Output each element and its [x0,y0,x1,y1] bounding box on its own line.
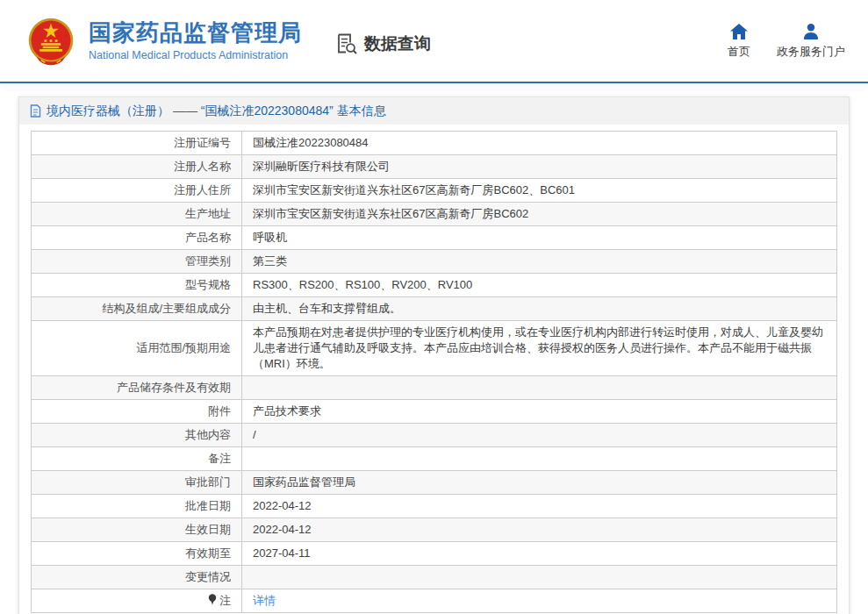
page-title: 境内医疗器械（注册） —— “国械注准20223080484” 基本信息 [47,104,386,119]
row-label: 注 [32,589,242,613]
row-label: 变更情况 [32,566,242,589]
row-value: 本产品预期在对患者提供护理的专业医疗机构使用，或在专业医疗机构内部进行转运时使用… [242,321,837,376]
header-nav: 首页 政务服务门户 [728,23,845,60]
org-name-zh: 国家药品监督管理局 [89,20,302,46]
row-label: 审批部门 [32,471,242,495]
row-value: 深圳融昕医疗科技有限公司 [242,155,837,179]
row-value: 2022-04-12 [242,495,837,518]
row-label: 有效期至 [32,542,242,566]
row-label: 产品储存条件及有效期 [32,376,242,400]
row-value: 产品技术要求 [242,400,837,424]
row-value: 2022-04-12 [242,518,837,542]
national-emblem-logo [25,15,77,68]
table-row: 注详情 [32,589,837,613]
note-pin-icon [208,594,217,605]
panel-title-bar: 境内医疗器械（注册） —— “国械注准20223080484” 基本信息 [19,97,849,125]
table-row: 产品储存条件及有效期 [32,376,837,400]
row-value: 呼吸机 [242,226,837,250]
row-value: 由主机、台车和支撑臂组成。 [242,297,837,321]
row-value: 国械注准20223080484 [242,132,837,155]
nav-home-label: 首页 [728,44,750,60]
nav-home[interactable]: 首页 [728,23,750,60]
row-label: 产品名称 [32,226,242,250]
brand-text: 国家药品监督管理局 National Medical Products Admi… [89,20,302,61]
row-value: 深圳市宝安区新安街道兴东社区67区高新奇厂房BC602、BC601 [242,179,837,203]
row-label: 结构及组成/主要组成成分 [32,297,242,321]
row-value: 2027-04-11 [242,542,837,566]
row-value: RS300、RS200、RS100、RV200、RV100 [242,274,837,297]
header-divider [0,82,868,83]
row-label: 生效日期 [32,518,242,542]
document-icon [30,104,41,118]
table-row: 备注 [32,447,837,471]
table-row: 产品名称呼吸机 [32,226,837,250]
row-value [242,566,837,589]
row-label: 注册人名称 [32,155,242,179]
row-label: 其他内容 [32,424,242,447]
row-label: 附件 [32,400,242,424]
row-value: 深圳市宝安区新安街道兴东社区67区高新奇厂房BC602 [242,203,837,226]
table-row: 批准日期2022-04-12 [32,495,837,518]
table-row: 生产地址深圳市宝安区新安街道兴东社区67区高新奇厂房BC602 [32,203,837,226]
table-row: 审批部门国家药品监督管理局 [32,471,837,495]
table-row: 其他内容/ [32,424,837,447]
row-label: 生产地址 [32,203,242,226]
data-query-label: 数据查询 [335,32,431,55]
row-value [242,376,837,400]
table-row: 生效日期2022-04-12 [32,518,837,542]
home-icon [729,23,749,40]
table-row: 注册人名称深圳融昕医疗科技有限公司 [32,155,837,179]
row-label: 注册人住所 [32,179,242,203]
table-row: 变更情况 [32,566,837,589]
row-value: / [242,424,837,447]
row-label: 备注 [32,447,242,471]
org-name-en: National Medical Products Administration [89,49,302,61]
table-row: 适用范围/预期用途本产品预期在对患者提供护理的专业医疗机构使用，或在专业医疗机构… [32,321,837,376]
document-search-icon [335,32,358,55]
user-icon [802,23,820,40]
nav-gov-portal-label: 政务服务门户 [777,44,845,60]
table-row: 附件产品技术要求 [32,400,837,424]
row-label: 型号规格 [32,274,242,297]
table-row: 管理类别第三类 [32,250,837,274]
row-value [242,447,837,471]
table-row: 注册证编号国械注准20223080484 [32,132,837,155]
row-label: 适用范围/预期用途 [32,321,242,376]
site-header: 国家药品监督管理局 National Medical Products Admi… [0,0,868,82]
info-table: 注册证编号国械注准20223080484注册人名称深圳融昕医疗科技有限公司注册人… [31,131,837,613]
row-label: 注册证编号 [32,132,242,155]
nav-gov-portal[interactable]: 政务服务门户 [777,23,845,60]
detail-link[interactable]: 详情 [253,594,276,607]
row-value: 第三类 [242,250,837,274]
table-row: 型号规格RS300、RS200、RS100、RV200、RV100 [32,274,837,297]
row-label: 批准日期 [32,495,242,518]
table-row: 有效期至2027-04-11 [32,542,837,566]
table-row: 注册人住所深圳市宝安区新安街道兴东社区67区高新奇厂房BC602、BC601 [32,179,837,203]
data-query-text: 数据查询 [364,32,431,55]
content-panel: 境内医疗器械（注册） —— “国械注准20223080484” 基本信息 注册证… [18,96,850,614]
table-row: 结构及组成/主要组成成分由主机、台车和支撑臂组成。 [32,297,837,321]
row-label: 管理类别 [32,250,242,274]
row-value: 详情 [242,589,837,613]
brand: 国家药品监督管理局 National Medical Products Admi… [25,15,302,68]
row-value: 国家药品监督管理局 [242,471,837,495]
